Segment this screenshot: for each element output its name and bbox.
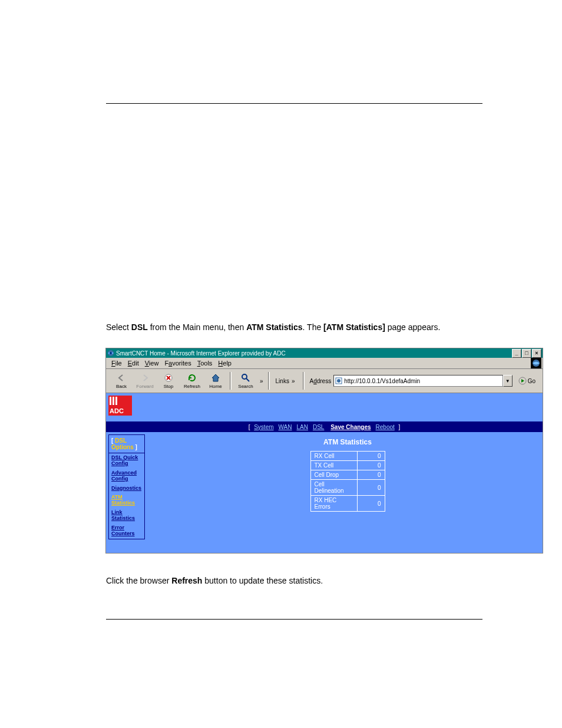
menu-edit[interactable]: Edit	[125, 360, 142, 367]
ie-throbber-icon	[531, 358, 541, 368]
toolbar-separator	[268, 372, 270, 390]
sidebar-list: DSL Quick Config Advanced Config Diagnos…	[108, 453, 145, 539]
address-label: Address	[309, 378, 331, 384]
toolbar-separator	[230, 372, 232, 390]
table-row: RX Cell0	[310, 452, 385, 461]
sidebar: [ DSL Options ] DSL Quick Config Advance…	[108, 434, 145, 539]
menu-favorites[interactable]: Favorites	[161, 360, 194, 367]
nav-gap	[326, 424, 328, 430]
sidebar-item-dsl-quick-config[interactable]: DSL Quick Config	[109, 453, 144, 469]
stat-key: TX Cell	[310, 461, 357, 470]
stop-label: Stop	[164, 384, 173, 389]
nav-system[interactable]: System	[254, 424, 273, 430]
nav-reboot[interactable]: Reboot	[376, 424, 395, 430]
stats-panel: ATM Statistics RX Cell0 TX Cell0 Cell Dr…	[259, 438, 436, 512]
horizontal-rule	[106, 103, 482, 104]
go-button[interactable]: Go	[515, 377, 539, 385]
stat-key: Cell Delineation	[310, 480, 357, 496]
go-label: Go	[528, 378, 535, 384]
text-bold-refresh: Refresh	[171, 576, 202, 585]
back-arrow-icon	[116, 373, 127, 383]
refresh-label: Refresh	[184, 384, 200, 389]
text: Click the browser	[106, 576, 171, 585]
text-bold-atm-statistics-bracket: [ATM Statistics]	[323, 322, 385, 332]
forward-button[interactable]: Forward	[133, 373, 157, 389]
text-bold-atm-statistics: ATM Statistics	[246, 322, 302, 332]
stat-value: 0	[357, 480, 385, 496]
search-button[interactable]: Search	[234, 373, 257, 389]
address-input[interactable]: http://10.0.0.1/Vs1defaAdmin	[333, 375, 503, 387]
toolbar-separator	[303, 372, 305, 390]
sidebar-item-error-counters[interactable]: Error Counters	[109, 523, 144, 539]
address-value: http://10.0.0.1/Vs1defaAdmin	[344, 378, 420, 384]
page-icon	[335, 377, 342, 384]
address-dropdown-button[interactable]: ▼	[503, 375, 513, 387]
menu-help[interactable]: Help	[215, 360, 234, 367]
page-content: ADC [ System WAN LAN DSL Save Changes Re…	[106, 393, 543, 553]
maximize-button[interactable]: □	[522, 349, 531, 358]
nav-dsl[interactable]: DSL	[313, 424, 324, 430]
go-icon	[518, 377, 527, 385]
logo-bars-icon	[110, 397, 118, 405]
menu-view[interactable]: View	[142, 360, 162, 367]
svg-point-6	[337, 379, 340, 383]
table-row: Cell Drop0	[310, 470, 385, 480]
sidebar-heading-line2: Options	[111, 444, 134, 450]
stat-value: 0	[357, 470, 385, 480]
text: . The	[303, 322, 324, 332]
sidebar-item-atm-statistics[interactable]: ATM Statistics	[109, 493, 144, 508]
adc-logo: ADC	[108, 396, 132, 416]
links-segment: Links »	[272, 378, 301, 384]
window-title: SmartCNCT Home - Microsoft Internet Expl…	[116, 350, 286, 357]
text: page appears.	[385, 322, 440, 332]
table-row: TX Cell0	[310, 461, 385, 470]
back-button[interactable]: Back	[110, 373, 133, 389]
home-button[interactable]: Home	[204, 373, 227, 389]
sidebar-heading-line1: DSL	[115, 437, 127, 444]
bracket: ]	[397, 424, 401, 430]
top-nav: [ System WAN LAN DSL Save Changes Reboot…	[106, 421, 543, 432]
stat-value: 0	[357, 461, 385, 470]
close-button[interactable]: ×	[532, 349, 541, 358]
stat-value: 0	[357, 496, 385, 512]
bracket: [	[249, 424, 252, 430]
stat-value: 0	[357, 452, 385, 461]
window-titlebar: SmartCNCT Home - Microsoft Internet Expl…	[106, 348, 543, 358]
svg-point-4	[242, 374, 247, 379]
minimize-button[interactable]: _	[512, 349, 521, 358]
sidebar-item-link-statistics[interactable]: Link Statistics	[109, 508, 144, 523]
nav-lan[interactable]: LAN	[297, 424, 308, 430]
forward-label: Forward	[136, 384, 153, 389]
links-label: Links	[276, 378, 289, 384]
sidebar-item-diagnostics[interactable]: Diagnostics	[109, 484, 144, 493]
toolbar-overflow-chevron[interactable]: »	[257, 378, 266, 384]
stat-key: RX Cell	[310, 452, 357, 461]
menu-file[interactable]: File	[108, 360, 125, 367]
back-label: Back	[116, 384, 127, 389]
stat-key: Cell Drop	[310, 470, 357, 480]
stat-key: RX HEC Errors	[310, 496, 357, 512]
text: button to update these statistics.	[202, 576, 323, 585]
sidebar-item-advanced-config[interactable]: Advanced Config	[109, 469, 144, 484]
panel-title: ATM Statistics	[259, 438, 436, 446]
text-bold-dsl: DSL	[131, 322, 148, 332]
refresh-icon	[187, 373, 197, 383]
menubar: File Edit View Favorites Tools Help	[106, 358, 543, 369]
menu-tools[interactable]: Tools	[194, 360, 216, 367]
window-controls: _ □ ×	[511, 349, 541, 358]
text: Select	[106, 322, 131, 332]
search-label: Search	[238, 384, 253, 389]
stop-button[interactable]: Stop	[157, 373, 180, 389]
nav-save-changes[interactable]: Save Changes	[330, 424, 371, 430]
stop-icon	[163, 373, 174, 383]
screenshot-window: SmartCNCT Home - Microsoft Internet Expl…	[105, 348, 543, 554]
ie-icon	[107, 350, 114, 357]
search-icon	[240, 373, 251, 383]
nav-wan[interactable]: WAN	[279, 424, 292, 430]
links-overflow-chevron[interactable]: »	[289, 378, 297, 384]
horizontal-rule	[106, 619, 482, 620]
svg-point-1	[110, 352, 112, 354]
home-icon	[210, 373, 221, 383]
refresh-button[interactable]: Refresh	[180, 373, 204, 389]
body-paragraph-1: Select DSL from the Main menu, then ATM …	[106, 321, 459, 334]
